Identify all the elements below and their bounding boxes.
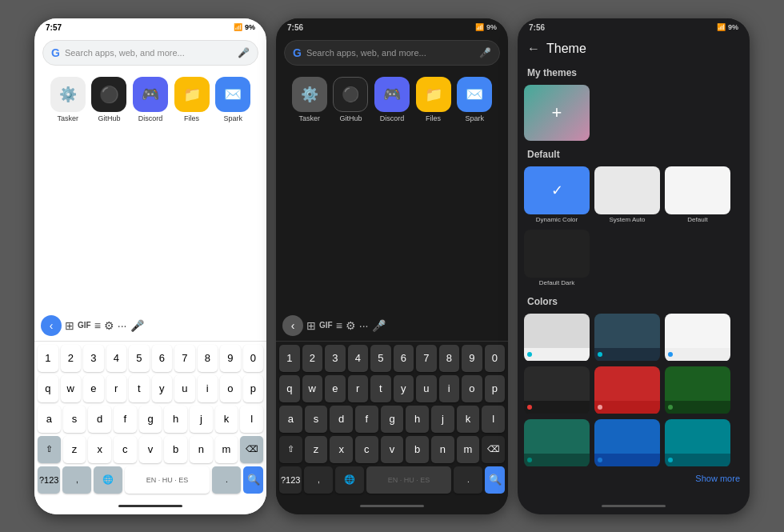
key-8[interactable]: 8 — [198, 345, 218, 372]
default-theme-card[interactable] — [665, 166, 730, 214]
d-key-8[interactable]: 8 — [439, 345, 460, 372]
gif-btn-2[interactable]: GIF — [319, 321, 333, 330]
color-card-8[interactable] — [594, 419, 660, 467]
back-button[interactable]: ← — [527, 42, 540, 56]
color-card-9[interactable] — [665, 419, 730, 467]
color-card-1[interactable] — [524, 314, 590, 362]
key-a[interactable]: a — [38, 406, 61, 433]
key-9[interactable]: 9 — [220, 345, 241, 372]
d-key-shift[interactable]: ⇧ — [279, 436, 302, 463]
color-card-7[interactable] — [524, 419, 590, 467]
key-h[interactable]: h — [164, 406, 187, 433]
d-key-5[interactable]: 5 — [370, 345, 391, 372]
key-globe[interactable]: 🌐 — [94, 466, 122, 494]
app-discord-2[interactable]: 🎮 Discord — [374, 77, 410, 122]
d-key-globe[interactable]: 🌐 — [335, 466, 364, 494]
key-del[interactable]: ⌫ — [240, 436, 263, 463]
mic-icon-1[interactable]: 🎤 — [238, 47, 250, 58]
key-1[interactable]: 1 — [38, 345, 58, 372]
system-auto-card[interactable] — [594, 166, 660, 214]
key-t[interactable]: t — [129, 375, 150, 402]
d-key-search[interactable]: 🔍 — [485, 466, 505, 494]
d-key-7[interactable]: 7 — [416, 345, 437, 372]
my-theme-card[interactable]: + — [524, 85, 590, 141]
d-key-k[interactable]: k — [457, 406, 480, 433]
key-n[interactable]: n — [190, 436, 213, 463]
key-e[interactable]: e — [83, 375, 104, 402]
gif-btn-1[interactable]: GIF — [78, 321, 91, 330]
d-key-c[interactable]: c — [355, 436, 378, 463]
key-d[interactable]: d — [88, 406, 111, 433]
app-tasker-1[interactable]: ⚙️ Tasker — [50, 77, 86, 122]
color-card-3[interactable] — [665, 314, 730, 362]
app-files-1[interactable]: 📁 Files — [174, 77, 210, 122]
key-shift[interactable]: ⇧ — [38, 436, 61, 463]
d-key-i[interactable]: i — [439, 375, 460, 402]
key-l[interactable]: l — [240, 406, 263, 433]
key-o[interactable]: o — [220, 375, 241, 402]
d-key-z[interactable]: z — [305, 436, 328, 463]
app-github-1[interactable]: ⚫ GitHub — [91, 77, 126, 122]
key-v[interactable]: v — [139, 436, 162, 463]
app-files-2[interactable]: 📁 Files — [416, 77, 451, 122]
d-key-4[interactable]: 4 — [348, 345, 369, 372]
d-key-u[interactable]: u — [416, 375, 437, 402]
show-more-button[interactable]: Show more — [518, 470, 750, 486]
back-btn-2[interactable]: ‹ — [282, 315, 303, 336]
key-u[interactable]: u — [174, 375, 195, 402]
key-3[interactable]: 3 — [83, 345, 104, 372]
key-q[interactable]: q — [38, 375, 58, 402]
key-7[interactable]: 7 — [174, 345, 195, 372]
key-2[interactable]: 2 — [61, 345, 82, 372]
d-key-f[interactable]: f — [355, 406, 378, 433]
key-f[interactable]: f — [114, 406, 137, 433]
key-b[interactable]: b — [164, 436, 187, 463]
d-key-t[interactable]: t — [370, 375, 391, 402]
d-key-h[interactable]: h — [406, 406, 429, 433]
key-s[interactable]: s — [63, 406, 86, 433]
key-k[interactable]: k — [215, 406, 238, 433]
d-key-p[interactable]: p — [485, 375, 506, 402]
key-c[interactable]: c — [114, 436, 137, 463]
color-card-5[interactable] — [594, 366, 660, 414]
d-key-0[interactable]: 0 — [485, 345, 506, 372]
app-tasker-2[interactable]: ⚙️ Tasker — [292, 77, 327, 122]
app-spark-2[interactable]: ✉️ Spark — [457, 77, 492, 122]
search-bar-2[interactable]: G Search apps, web, and more... 🎤 — [284, 40, 500, 66]
app-discord-1[interactable]: 🎮 Discord — [133, 77, 168, 122]
d-key-n[interactable]: n — [431, 436, 454, 463]
search-bar-1[interactable]: G Search apps, web, and more... 🎤 — [42, 40, 258, 66]
key-5[interactable]: 5 — [129, 345, 150, 372]
mic-icon-2[interactable]: 🎤 — [479, 47, 491, 58]
d-key-w[interactable]: w — [302, 375, 323, 402]
d-key-1[interactable]: 1 — [279, 345, 300, 372]
d-key-comma[interactable]: , — [304, 466, 333, 494]
app-spark-1[interactable]: ✉️ Spark — [215, 77, 250, 122]
app-github-2[interactable]: ⚫ GitHub — [333, 77, 368, 122]
key-4[interactable]: 4 — [106, 345, 127, 372]
d-key-a[interactable]: a — [279, 406, 302, 433]
key-g[interactable]: g — [139, 406, 162, 433]
key-r[interactable]: r — [106, 375, 127, 402]
key-w[interactable]: w — [61, 375, 82, 402]
d-key-2[interactable]: 2 — [302, 345, 323, 372]
d-key-e[interactable]: e — [325, 375, 346, 402]
d-key-s[interactable]: s — [305, 406, 328, 433]
d-key-b[interactable]: b — [406, 436, 429, 463]
d-key-period[interactable]: . — [454, 466, 482, 494]
d-key-l[interactable]: l — [482, 406, 505, 433]
d-key-space[interactable]: EN · HU · ES — [366, 466, 452, 494]
key-y[interactable]: y — [152, 375, 173, 402]
key-z[interactable]: z — [63, 436, 86, 463]
d-key-x[interactable]: x — [330, 436, 353, 463]
d-key-6[interactable]: 6 — [394, 345, 414, 372]
color-card-2[interactable] — [594, 314, 660, 362]
d-key-q[interactable]: q — [279, 375, 300, 402]
key-space[interactable]: EN · HU · ES — [125, 466, 210, 494]
key-x[interactable]: x — [88, 436, 111, 463]
d-key-9[interactable]: 9 — [462, 345, 482, 372]
key-j[interactable]: j — [190, 406, 213, 433]
d-key-o[interactable]: o — [462, 375, 482, 402]
d-key-v[interactable]: v — [381, 436, 404, 463]
key-m[interactable]: m — [215, 436, 238, 463]
